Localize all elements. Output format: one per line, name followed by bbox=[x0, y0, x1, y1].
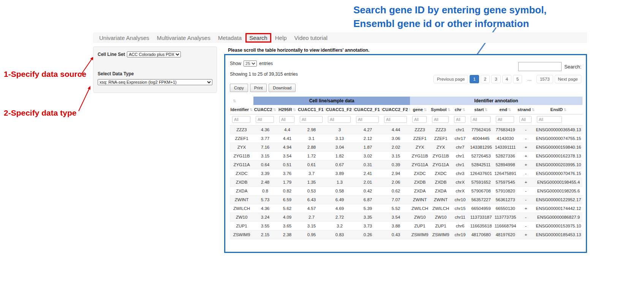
search-annotation: Search gene ID by entering gene symbol, … bbox=[353, 3, 547, 30]
filter-cell bbox=[430, 114, 452, 126]
column-label: chr bbox=[455, 107, 462, 112]
table-cell: ZUP1 bbox=[410, 222, 430, 230]
table-cell: ZZEF1 bbox=[430, 134, 452, 143]
table-cell: ENSG00000198455.4 bbox=[535, 178, 582, 187]
filter-input-strand[interactable] bbox=[519, 116, 532, 123]
column-header-chr[interactable]: chr⇅ bbox=[452, 105, 468, 114]
nav-item-multivariate-analyses[interactable]: Multivariate Analyses bbox=[153, 34, 214, 42]
filter-input-start[interactable] bbox=[471, 116, 491, 123]
group-header-empty[interactable]: ⇅ bbox=[230, 97, 253, 105]
table-cell: 4.4 bbox=[277, 126, 297, 134]
nav-item-help[interactable]: Help bbox=[271, 34, 291, 42]
column-header-cuacc2-f2[interactable]: CUACC2_F2⇅ bbox=[382, 105, 410, 114]
nav-item-univariate-analyses[interactable]: Univariate Analyses bbox=[95, 34, 153, 42]
column-header-cuacc1-f2[interactable]: CUACC1_F2⇅ bbox=[326, 105, 354, 114]
filter-input-identifier[interactable] bbox=[232, 116, 250, 123]
pagination: Previous page 12345…1573 Next page bbox=[434, 75, 581, 83]
export-buttons: CopyPrintDownload bbox=[230, 84, 581, 92]
column-label: CUACC2_F1 bbox=[354, 107, 380, 112]
column-header-end[interactable]: end⇅ bbox=[494, 105, 517, 114]
pagination-page-1[interactable]: 1 bbox=[470, 75, 479, 83]
column-header-start[interactable]: start⇅ bbox=[468, 105, 494, 114]
column-label: start bbox=[474, 107, 484, 112]
filter-cell bbox=[535, 114, 582, 126]
copy-button[interactable]: Copy bbox=[230, 84, 248, 92]
table-cell: 2.94 bbox=[382, 169, 410, 178]
pagination-page-2[interactable]: 2 bbox=[481, 75, 490, 83]
sort-icon: ⇅ bbox=[508, 108, 511, 112]
search-input[interactable] bbox=[518, 62, 562, 71]
table-cell: ZW10 bbox=[410, 213, 430, 222]
sort-icon: ⇅ bbox=[462, 108, 465, 112]
pagination-prev-button[interactable]: Previous page bbox=[434, 75, 468, 83]
pagination-page-3[interactable]: 3 bbox=[491, 75, 500, 83]
pagination-page-1573[interactable]: 1573 bbox=[536, 75, 553, 83]
filter-cell bbox=[230, 114, 253, 126]
table-cell: 1.72 bbox=[297, 152, 326, 161]
pagination-next-button[interactable]: Next page bbox=[555, 75, 581, 83]
filter-input-cuacc2-f1[interactable] bbox=[356, 116, 379, 123]
table-cell: 0.53 bbox=[297, 187, 326, 196]
table-cell: ZZEF1 bbox=[230, 134, 253, 143]
table-cell: 3.15 bbox=[382, 152, 410, 161]
pagination-page-4[interactable]: 4 bbox=[502, 75, 511, 83]
filter-input-cuacc1-f1[interactable] bbox=[300, 116, 323, 123]
filter-input-cuacc1-f2[interactable] bbox=[328, 116, 351, 123]
table-cell: 4004445 bbox=[468, 134, 494, 143]
table-cell: ZXDB bbox=[230, 178, 253, 187]
nav-item-metadata[interactable]: Metadata bbox=[214, 34, 246, 42]
table-cell: 3.04 bbox=[326, 143, 354, 152]
table-cell: 52726453 bbox=[468, 152, 494, 161]
column-header-h295r[interactable]: H295R⇅ bbox=[277, 105, 297, 114]
table-cell: ZWINT bbox=[230, 196, 253, 204]
filter-cell bbox=[468, 114, 494, 126]
table-cell: chr1 bbox=[452, 126, 468, 134]
sort-icon: ⇅ bbox=[532, 108, 535, 112]
table-cell: 5.52 bbox=[382, 204, 410, 213]
table-cell: 52842511 bbox=[468, 161, 494, 169]
column-header-ensid[interactable]: EnsID⇅ bbox=[535, 105, 582, 114]
navbar: Univariate AnalysesMultivariate Analyses… bbox=[93, 32, 587, 43]
table-cell: 56361273 bbox=[494, 196, 517, 204]
data-type-select[interactable]: xsq: RNA-seq Expression (log2 FPKM+1) bbox=[98, 79, 212, 85]
table-cell: chr1 bbox=[452, 152, 468, 161]
nav-item-search[interactable]: Search bbox=[245, 33, 271, 43]
column-header-symbol[interactable]: Symbol⇅ bbox=[430, 105, 452, 114]
download-button[interactable]: Download bbox=[269, 84, 296, 92]
filter-input-ensid[interactable] bbox=[537, 116, 562, 123]
table-cell: 1.87 bbox=[354, 143, 382, 152]
column-header-gene[interactable]: gene⇅ bbox=[410, 105, 430, 114]
filter-input-end[interactable] bbox=[496, 116, 514, 123]
table-cell: + bbox=[517, 152, 535, 161]
show-entries-select[interactable]: 25 bbox=[244, 60, 257, 67]
cell-line-set-select[interactable]: ACC Colorado plus PDX bbox=[127, 51, 181, 57]
print-button[interactable]: Print bbox=[250, 84, 267, 92]
column-header-cuacc1-f1[interactable]: CUACC1_F1⇅ bbox=[297, 105, 326, 114]
nav-item-video-tutorial[interactable]: Video tutorial bbox=[291, 34, 331, 42]
pagination-page-5[interactable]: 5 bbox=[513, 75, 522, 83]
column-header-strand[interactable]: strand⇅ bbox=[517, 105, 535, 114]
filter-input-gene[interactable] bbox=[412, 116, 427, 123]
filter-input-chr[interactable] bbox=[454, 116, 465, 123]
column-label: Identifier bbox=[231, 107, 249, 112]
table-row: ZUP13.553.653.153.23.733.88ZUP1ZUP1chr61… bbox=[230, 222, 582, 230]
filter-input-h295r[interactable] bbox=[279, 116, 294, 123]
column-header-identifier[interactable]: Identifier⇅ bbox=[230, 105, 253, 114]
table-row: ZXDB2.481.791.351.32.012.06ZXDBZXDBchrX5… bbox=[230, 178, 582, 187]
entries-label: entries bbox=[259, 61, 273, 66]
column-label: CUACC2_F2 bbox=[382, 107, 408, 112]
column-header-cuacc2-f1[interactable]: CUACC2_F1⇅ bbox=[354, 105, 382, 114]
column-header-cuacc2[interactable]: CUACC2⇅ bbox=[253, 105, 277, 114]
red-arrow-2 bbox=[79, 86, 90, 111]
filter-input-cuacc2[interactable] bbox=[256, 116, 274, 123]
sort-icon: ⇅ bbox=[250, 108, 253, 112]
filter-input-cuacc2-f2[interactable] bbox=[384, 116, 407, 123]
table-cell: 3.15 bbox=[253, 152, 277, 161]
table-cell: + bbox=[517, 161, 535, 169]
filter-input-symbol[interactable] bbox=[432, 116, 449, 123]
filter-cell bbox=[494, 114, 517, 126]
table-cell: chr17 bbox=[452, 134, 468, 143]
table-cell: 3.39 bbox=[253, 169, 277, 178]
table-cell: 7.07 bbox=[382, 196, 410, 204]
table-cell: chr11 bbox=[452, 213, 468, 222]
